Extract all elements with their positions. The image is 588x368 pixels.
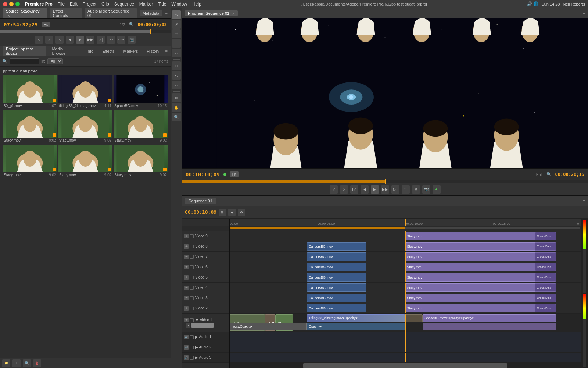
- cross-dissolve-v2[interactable]: Cross Diss: [535, 304, 556, 312]
- program-step-back[interactable]: ◀: [361, 185, 369, 194]
- program-zoom-icon[interactable]: 🔍: [546, 172, 552, 177]
- clip-block[interactable]: CalipersBG.mov: [307, 252, 366, 261]
- visibility-icon[interactable]: 👁: [184, 306, 189, 311]
- lock-icon[interactable]: [190, 286, 194, 290]
- lock-icon[interactable]: [190, 245, 194, 248]
- clip-block[interactable]: CalipersBG.mov: [307, 242, 366, 251]
- source-tab[interactable]: Source: Stacy.mov ✕: [3, 8, 47, 18]
- program-safe-margin[interactable]: ⊞: [412, 185, 420, 194]
- program-camera[interactable]: 📷: [422, 185, 430, 194]
- list-item[interactable]: Stacy.mov 9:02: [58, 110, 112, 143]
- source-overlay[interactable]: OVR: [117, 36, 125, 44]
- source-step-back[interactable]: ◀: [66, 36, 74, 44]
- clip-opacity[interactable]: .acity.Opacity▾: [230, 323, 307, 331]
- markers-tab[interactable]: Markers: [121, 48, 141, 54]
- audio-mixer-tab[interactable]: Audio Mixer: Sequence 01: [85, 8, 137, 18]
- source-mark-out[interactable]: ▷: [45, 36, 53, 44]
- program-step-fwd[interactable]: ▶▶: [381, 185, 389, 194]
- menu-project[interactable]: Project: [83, 1, 96, 7]
- source-step-fwd[interactable]: ▶▶: [86, 36, 94, 44]
- source-fit-btn[interactable]: Fit: [42, 22, 50, 27]
- lock-icon[interactable]: [190, 356, 194, 360]
- visibility-icon[interactable]: 👁: [184, 275, 189, 280]
- app-name[interactable]: Premiere Pro: [25, 1, 53, 7]
- scrollbar-thumb[interactable]: [303, 363, 507, 368]
- menu-help[interactable]: Help: [192, 1, 201, 7]
- effects-tab[interactable]: Effects: [99, 48, 117, 54]
- lock-icon[interactable]: [190, 265, 194, 269]
- info-tab[interactable]: Info: [84, 48, 96, 54]
- visibility-icon[interactable]: 👁: [184, 234, 189, 238]
- program-loop[interactable]: ↻: [402, 185, 410, 194]
- timeline-ruler[interactable]: 00:00 00:00:05:00 00:00:10:00 00:00:15:0…: [230, 219, 581, 226]
- cross-dissolve-v3[interactable]: Cross Diss: [535, 294, 556, 302]
- lock-icon[interactable]: [190, 335, 194, 339]
- list-item[interactable]: titling.33_2linetag.mov 4:11: [58, 75, 112, 109]
- lock-icon[interactable]: [190, 276, 194, 279]
- menu-window[interactable]: Window: [171, 1, 187, 7]
- program-mark-out[interactable]: ▷: [340, 185, 348, 194]
- source-camera[interactable]: 📷: [128, 36, 136, 44]
- source-scrubber[interactable]: [0, 30, 171, 33]
- program-scrubber[interactable]: [182, 180, 588, 183]
- clip-block[interactable]: Stacy.mov: [405, 263, 539, 271]
- lock-icon[interactable]: [190, 318, 194, 322]
- list-item[interactable]: Stacy.mov 9:02: [114, 145, 168, 178]
- clip-thumb-small[interactable]: [405, 314, 423, 322]
- hand-tool[interactable]: ✋: [172, 103, 181, 112]
- program-goto-in[interactable]: |◁: [350, 185, 358, 194]
- razor-tool[interactable]: ✂: [172, 61, 181, 70]
- program-goto-out[interactable]: ▷|: [391, 185, 399, 194]
- tl-marker-btn[interactable]: ◆: [228, 209, 236, 216]
- menu-file[interactable]: File: [58, 1, 65, 7]
- media-browser-tab[interactable]: Media Browser: [49, 46, 80, 56]
- cross-dissolve-v4[interactable]: Cross Diss: [535, 283, 556, 292]
- project-panel-menu[interactable]: ≡: [165, 49, 168, 53]
- list-item[interactable]: Stacy.mov 9:02: [58, 145, 112, 178]
- lock-icon[interactable]: [190, 307, 194, 310]
- new-bin-btn[interactable]: 📁: [2, 359, 10, 367]
- search-input[interactable]: [10, 58, 39, 64]
- source-monitor-menu[interactable]: ≡: [165, 11, 168, 15]
- program-add-edit[interactable]: +: [433, 185, 441, 194]
- list-item[interactable]: Stacy.mov 9:02: [3, 110, 57, 143]
- cross-dissolve-v8[interactable]: Cross Diss: [535, 242, 556, 251]
- visibility-icon[interactable]: 👁: [184, 318, 189, 322]
- project-tab[interactable]: Project: pp test ducati: [3, 46, 46, 56]
- in-dropdown[interactable]: All: [47, 58, 63, 64]
- source-tab-close[interactable]: ✕: [7, 14, 10, 18]
- cross-dissolve-v6[interactable]: Cross Diss: [535, 263, 556, 271]
- close-button[interactable]: [3, 2, 7, 6]
- timeline-menu[interactable]: ≡: [583, 199, 585, 203]
- tl-sequence-btn[interactable]: ⊞: [219, 209, 226, 216]
- lock-icon[interactable]: [190, 296, 194, 300]
- audio-icon[interactable]: 🔊: [184, 345, 189, 350]
- clip-opacity-titling[interactable]: Opacity▾: [307, 323, 405, 331]
- find-btn[interactable]: 🔍: [23, 359, 31, 367]
- cross-dissolve-v5[interactable]: Cross Diss: [535, 273, 556, 282]
- audio-icon[interactable]: 🔊: [184, 355, 189, 360]
- pen-tool[interactable]: ✏: [172, 93, 181, 102]
- list-item[interactable]: SpaceBG.mov 10:15: [114, 75, 168, 109]
- ripple-edit-tool[interactable]: ⊣: [172, 29, 181, 38]
- program-fit-btn[interactable]: Fit: [230, 171, 239, 177]
- menu-clip[interactable]: Clip: [101, 1, 109, 7]
- clip-block-titling[interactable]: Titling.33_2linetag.mov▾Opacity▾: [307, 314, 405, 322]
- tl-settings-btn[interactable]: ⚙: [238, 209, 245, 216]
- clip-spacebg[interactable]: SpaceBG.mov▾Opacity▾Opacity▾: [423, 314, 556, 322]
- list-item[interactable]: Stacy.mov 9:02: [3, 145, 57, 178]
- source-scrubber-head[interactable]: [150, 29, 151, 34]
- program-tab-close[interactable]: ✕: [232, 12, 235, 15]
- clip-block[interactable]: Stacy.mov: [405, 232, 539, 240]
- effect-controls-tab[interactable]: Effect Controls: [50, 8, 82, 18]
- menu-marker[interactable]: Marker: [139, 1, 153, 7]
- list-item[interactable]: 30_g1.mov 1:07: [3, 75, 57, 109]
- program-mark-in[interactable]: ◁: [330, 185, 338, 194]
- clip-block[interactable]: Stacy.mov: [405, 252, 539, 261]
- cross-dissolve-v7[interactable]: Cross Diss: [535, 252, 556, 261]
- slide-tool[interactable]: ↔: [172, 81, 181, 89]
- metadata-tab[interactable]: Metadata: [140, 10, 162, 16]
- slip-tool[interactable]: ⇔: [172, 71, 181, 80]
- lock-icon[interactable]: [190, 255, 194, 259]
- source-goto-in[interactable]: |◁: [55, 36, 64, 44]
